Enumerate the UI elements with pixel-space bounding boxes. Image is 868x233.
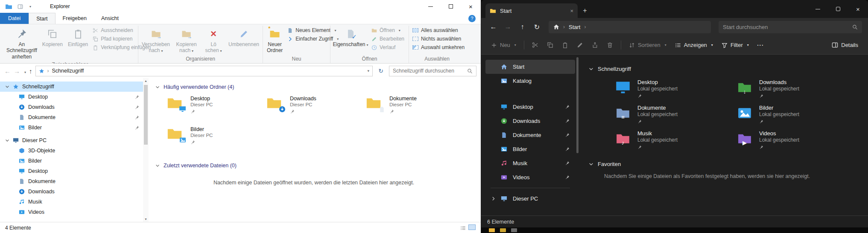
folder-tile-dokumente[interactable]: Dokumente Dieser PC xyxy=(364,95,463,122)
sidebar-item-dokumente[interactable]: Dokumente xyxy=(0,112,149,122)
close-button[interactable]: × xyxy=(461,0,481,13)
more-options-button[interactable]: ··· xyxy=(754,38,768,52)
new-button[interactable]: Neu▾ xyxy=(487,38,520,52)
sidebar-item-dieser-pc[interactable]: Dieser PC xyxy=(485,192,575,206)
search-input[interactable] xyxy=(723,24,849,30)
tile-bilder[interactable]: Bilder Lokal gespeichert xyxy=(735,105,857,127)
search-input[interactable] xyxy=(393,68,465,74)
section-header-recent[interactable]: Zuletzt verwendete Dateien (0) xyxy=(155,163,472,169)
sidebar-item-desktop[interactable]: Desktop xyxy=(485,100,575,114)
thumbnail-view-button[interactable] xyxy=(468,224,476,231)
help-button[interactable]: ? xyxy=(468,15,476,22)
open-button[interactable]: Öffnen▾ xyxy=(370,27,406,34)
minimize-button[interactable] xyxy=(421,0,441,13)
address-bar[interactable]: › Start › xyxy=(549,21,711,33)
tab-start[interactable]: Start × xyxy=(485,3,578,18)
sidebar-item-musik[interactable]: Musik xyxy=(0,197,149,207)
delete-button[interactable] xyxy=(603,38,617,52)
pin-icon[interactable] xyxy=(134,115,139,120)
copy-button[interactable]: Kopieren xyxy=(40,26,65,49)
sidebar-item-bilder[interactable]: Bilder xyxy=(485,142,575,156)
taskbar-folder-icon[interactable] xyxy=(489,228,495,232)
chevron-down-icon[interactable] xyxy=(5,84,9,89)
tab-datei[interactable]: Datei xyxy=(0,13,29,24)
back-button[interactable]: ← xyxy=(487,21,500,33)
tab-freigeben[interactable]: Freigeben xyxy=(56,13,94,24)
refresh-button[interactable]: ↻ xyxy=(531,21,543,33)
chevron-down-icon[interactable] xyxy=(5,138,9,143)
sidebar-item-musik[interactable]: Musik xyxy=(485,156,575,170)
refresh-button[interactable]: ↻ xyxy=(376,67,386,74)
sidebar-item-videos[interactable]: Videos xyxy=(0,207,149,217)
up-button[interactable]: ↑ xyxy=(516,21,529,33)
scroll-down-icon[interactable]: ▼ xyxy=(143,218,149,221)
copy-to-button[interactable]: → Kopieren nach▾ xyxy=(172,26,200,55)
sidebar-item-start[interactable]: Start xyxy=(485,60,575,74)
taskbar-app-icon[interactable] xyxy=(511,228,517,232)
delete-button[interactable]: × Lö schen▾ xyxy=(201,26,226,55)
breadcrumb-path[interactable]: Start xyxy=(569,24,580,30)
rename-button[interactable] xyxy=(573,38,587,52)
breadcrumb-path[interactable]: Schnellzugriff xyxy=(52,68,84,74)
forward-button[interactable]: → xyxy=(502,21,514,33)
invert-selection-button[interactable]: Auswahl umkehren xyxy=(411,44,466,51)
pin-icon[interactable] xyxy=(565,133,570,137)
view-button[interactable]: Anzeigen▾ xyxy=(671,38,717,52)
pin-icon[interactable] xyxy=(565,147,570,151)
paste-button[interactable]: Einfügen xyxy=(66,26,90,49)
sidebar-item-dokumente-pc[interactable]: Dokumente xyxy=(0,176,149,186)
scrollbar-thumb[interactable] xyxy=(144,85,148,145)
tile-dokumente[interactable]: ≡ Dokumente Lokal gespeichert xyxy=(614,105,735,127)
tile-downloads[interactable]: ↓ Downloads Lokal gespeichert xyxy=(735,79,857,101)
pin-icon[interactable] xyxy=(134,105,139,110)
forward-button[interactable]: → xyxy=(14,67,20,75)
sidebar-item-desktop[interactable]: Desktop xyxy=(0,92,149,102)
sidebar-item-katalog[interactable]: Katalog xyxy=(485,74,575,88)
sidebar-item-downloads[interactable]: Downloads xyxy=(0,102,149,112)
close-button[interactable]: × xyxy=(848,0,868,18)
copy-button[interactable] xyxy=(543,38,557,52)
maximize-button[interactable] xyxy=(828,0,848,18)
chevron-right-icon[interactable] xyxy=(491,196,496,201)
sidebar-scrollbar[interactable]: ▲ ▼ xyxy=(143,78,149,222)
pin-icon[interactable] xyxy=(565,105,570,109)
breadcrumb[interactable]: › Schnellzugriff ▾ xyxy=(35,66,373,76)
folder-tile-desktop[interactable]: Desktop Dieser PC xyxy=(165,95,264,122)
properties-button[interactable]: ✓ Eigenschaften▾ xyxy=(332,26,369,49)
tab-close-icon[interactable]: × xyxy=(570,8,573,14)
taskbar-folder-icon[interactable] xyxy=(500,228,506,232)
tile-videos[interactable]: ▶ Videos Lokal gespeichert xyxy=(735,130,857,152)
sidebar-item-dokumente[interactable]: Dokumente xyxy=(485,128,575,142)
sidebar-item-videos[interactable]: Videos xyxy=(485,170,575,184)
tile-desktop[interactable]: Desktop Lokal gespeichert xyxy=(614,79,735,101)
tab-ansicht[interactable]: Ansicht xyxy=(94,13,126,24)
breadcrumb-separator-icon[interactable]: › xyxy=(584,24,586,30)
recent-locations-button[interactable]: ▾ xyxy=(23,67,26,75)
edit-button[interactable]: Bearbeiten xyxy=(370,35,406,42)
sidebar-item-dieser-pc[interactable]: Dieser PC xyxy=(0,135,149,146)
sidebar-item-bilder-pc[interactable]: Bilder xyxy=(0,156,149,166)
folder-tile-downloads[interactable]: Downloads Dieser PC xyxy=(264,95,364,122)
history-button[interactable]: Verlauf xyxy=(370,44,406,51)
home-icon[interactable] xyxy=(553,24,559,30)
section-header-frequent[interactable]: Häufig verwendete Ordner (4) xyxy=(155,84,472,90)
qat-properties-icon[interactable] xyxy=(18,4,23,9)
folder-tile-bilder[interactable]: Bilder Dieser PC xyxy=(165,126,264,152)
scrollbar-thumb[interactable] xyxy=(576,57,579,153)
pin-icon[interactable] xyxy=(134,95,139,99)
scroll-up-icon[interactable]: ▲ xyxy=(143,79,149,82)
list-view-button[interactable] xyxy=(460,224,466,230)
pin-icon[interactable] xyxy=(565,161,570,166)
rename-button[interactable]: Umbenennen xyxy=(227,26,261,49)
filter-button[interactable]: Filter▾ xyxy=(718,38,753,52)
sidebar-item-downloads-pc[interactable]: Downloads xyxy=(0,186,149,197)
maximize-button[interactable] xyxy=(441,0,461,13)
breadcrumb-dropdown-icon[interactable]: ▾ xyxy=(367,69,369,73)
section-header-favorites[interactable]: Favoriten xyxy=(589,161,857,167)
pin-to-quick-access-button[interactable]: An Schnellzugriff anheften xyxy=(4,26,39,61)
tab-start[interactable]: Start xyxy=(29,13,55,24)
cut-button[interactable] xyxy=(528,38,542,52)
sort-button[interactable]: Sortieren▾ xyxy=(625,38,670,52)
up-button[interactable]: ↑ xyxy=(29,67,32,75)
section-header-quick-access[interactable]: Schnellzugriff xyxy=(589,66,857,72)
